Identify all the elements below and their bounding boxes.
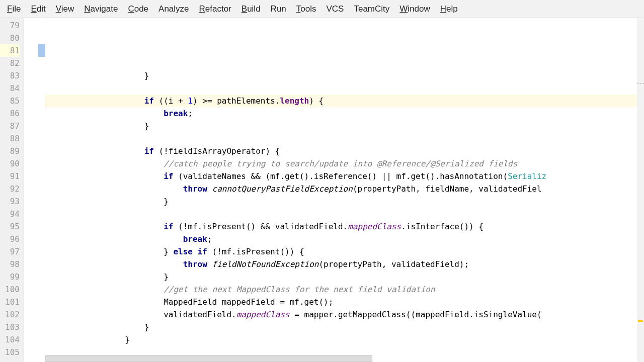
menu-code[interactable]: Code: [123, 2, 153, 16]
line-number[interactable]: 86: [0, 107, 20, 120]
horizontal-scrollbar[interactable]: [45, 355, 372, 362]
menu-tools[interactable]: Tools: [291, 2, 321, 16]
code-line[interactable]: }: [45, 69, 644, 82]
line-number[interactable]: 94: [0, 208, 20, 220]
editor: 7980818283848586878889909192939495969798…: [0, 18, 644, 362]
code-line[interactable]: [45, 82, 644, 95]
line-number[interactable]: 98: [0, 258, 20, 270]
code-line[interactable]: }: [45, 120, 644, 132]
code-editor-area[interactable]: } if ((i + 1) >= pathElements.length) { …: [45, 18, 644, 362]
code-line[interactable]: validatedField.mappedClass = mapper.getM…: [45, 308, 644, 321]
line-number[interactable]: 102: [0, 308, 20, 321]
menu-build[interactable]: Build: [236, 2, 266, 16]
line-number[interactable]: 88: [0, 132, 20, 145]
line-number[interactable]: 97: [0, 245, 20, 258]
line-number[interactable]: 100: [0, 283, 20, 296]
code-line[interactable]: throw cannotQueryPastFieldException(prop…: [45, 183, 644, 195]
code-line[interactable]: if (!mf.isPresent() && validatedField.ma…: [45, 220, 644, 233]
code-line[interactable]: break;: [45, 233, 644, 245]
menu-teamcity[interactable]: TeamCity: [349, 2, 394, 16]
current-line-gutter-highlight: [38, 44, 45, 57]
menu-view[interactable]: View: [51, 2, 79, 16]
menu-navigate[interactable]: Navigate: [79, 2, 123, 16]
line-number[interactable]: 104: [0, 333, 20, 346]
line-number[interactable]: 91: [0, 170, 20, 183]
line-number[interactable]: 79: [0, 19, 20, 32]
line-number[interactable]: 90: [0, 157, 20, 170]
line-number-gutter[interactable]: 7980818283848586878889909192939495969798…: [0, 18, 24, 362]
code-line[interactable]: }: [45, 333, 644, 346]
menu-file[interactable]: File: [2, 2, 26, 16]
line-number[interactable]: 89: [0, 145, 20, 157]
error-stripe[interactable]: [637, 18, 644, 362]
fold-gutter[interactable]: [24, 18, 45, 362]
code-line[interactable]: if (validateNames && (mf.get().isReferen…: [45, 170, 644, 183]
code-line[interactable]: //catch people trying to search/update i…: [45, 157, 644, 170]
menu-edit[interactable]: Edit: [26, 2, 50, 16]
code-line[interactable]: throw fieldNotFoundException(propertyPat…: [45, 258, 644, 270]
code-line[interactable]: [45, 132, 644, 145]
menu-analyze[interactable]: Analyze: [153, 2, 194, 16]
line-number[interactable]: 95: [0, 220, 20, 233]
menu-run[interactable]: Run: [266, 2, 291, 16]
code-line[interactable]: if ((i + 1) >= pathElements.length) {: [45, 95, 644, 107]
line-number[interactable]: 84: [0, 82, 20, 95]
menu-help[interactable]: Help: [435, 2, 463, 16]
code-line[interactable]: }: [45, 195, 644, 208]
menu-window[interactable]: Window: [394, 2, 435, 16]
code-line[interactable]: }: [45, 321, 644, 333]
code-line[interactable]: }: [45, 270, 644, 283]
code-line[interactable]: MappedField mappedField = mf.get();: [45, 296, 644, 308]
line-number[interactable]: 80: [0, 32, 20, 44]
line-number[interactable]: 105: [0, 346, 20, 358]
line-number[interactable]: 103: [0, 321, 20, 333]
menu-vcs[interactable]: VCS: [321, 2, 349, 16]
line-number[interactable]: 101: [0, 296, 20, 308]
line-number[interactable]: 92: [0, 183, 20, 195]
line-number[interactable]: 85: [0, 95, 20, 107]
code-line[interactable]: if (!fieldIsArrayOperator) {: [45, 145, 644, 157]
line-number[interactable]: 96: [0, 233, 20, 245]
code-line[interactable]: break;: [45, 107, 644, 120]
line-number[interactable]: 87: [0, 120, 20, 132]
line-number[interactable]: 93: [0, 195, 20, 208]
marker-dash[interactable]: [637, 83, 644, 84]
line-number[interactable]: 81: [0, 44, 20, 57]
line-number[interactable]: 83: [0, 69, 20, 82]
marker-warning[interactable]: [638, 320, 643, 322]
line-number[interactable]: 82: [0, 57, 20, 69]
menu-refactor[interactable]: Refactor: [194, 2, 236, 16]
menubar: File Edit View Navigate Code Analyze Ref…: [0, 0, 644, 18]
code-line[interactable]: [45, 208, 644, 220]
code-line[interactable]: } else if (!mf.isPresent()) {: [45, 245, 644, 258]
line-number[interactable]: 99: [0, 270, 20, 283]
code-line[interactable]: //get the next MappedClass for the next …: [45, 283, 644, 296]
